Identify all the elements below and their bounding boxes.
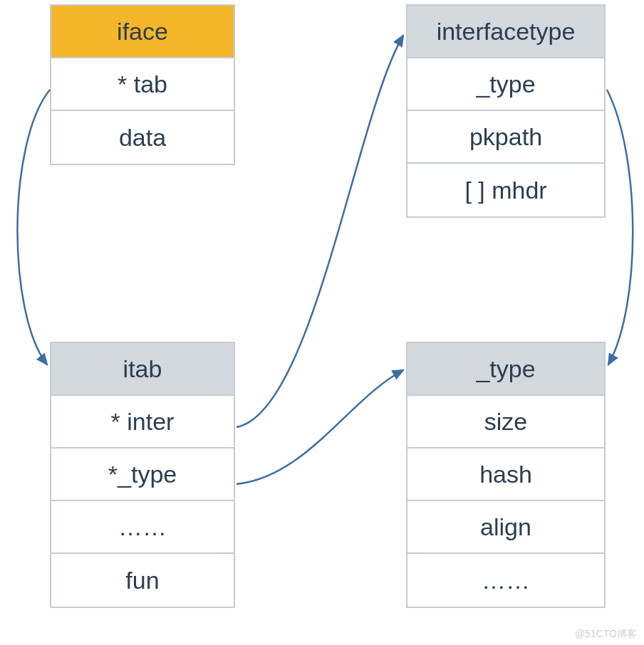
box-itab-field-type: *_type [51, 449, 234, 501]
box-interfacetype-field-mhdr: [ ] mhdr [407, 164, 604, 216]
box-interfacetype-field-type: _type [407, 58, 604, 111]
box-itab-field-fun: fun [51, 554, 234, 607]
box-type: _type size hash align …… [406, 342, 606, 608]
box-interfacetype: interfacetype _type pkpath [ ] mhdr [406, 4, 606, 218]
box-type-field-hash: hash [407, 449, 604, 501]
box-iface-field-tab: * tab [51, 58, 234, 111]
arrow-iface-to-itab [17, 90, 50, 365]
box-type-title: _type [407, 343, 604, 396]
box-iface: iface * tab data [50, 4, 235, 165]
box-type-field-size: size [407, 396, 604, 449]
box-itab: itab * inter *_type …… fun [50, 342, 235, 608]
box-iface-field-data: data [51, 111, 234, 164]
box-itab-title: itab [51, 343, 234, 396]
box-itab-field-more: …… [51, 501, 234, 554]
box-type-field-more: …… [407, 554, 604, 607]
arrow-itab-type-to-type [237, 370, 403, 484]
box-type-field-align: align [407, 501, 604, 554]
arrow-interfacetype-to-type [607, 90, 633, 365]
box-interfacetype-field-pkpath: pkpath [407, 111, 604, 164]
box-itab-field-inter: * inter [51, 396, 234, 449]
box-iface-title: iface [51, 6, 234, 58]
box-interfacetype-title: interfacetype [407, 6, 604, 58]
watermark: @51CTO博客 [575, 628, 637, 641]
arrow-itab-inter-to-interfacetype [237, 36, 403, 427]
